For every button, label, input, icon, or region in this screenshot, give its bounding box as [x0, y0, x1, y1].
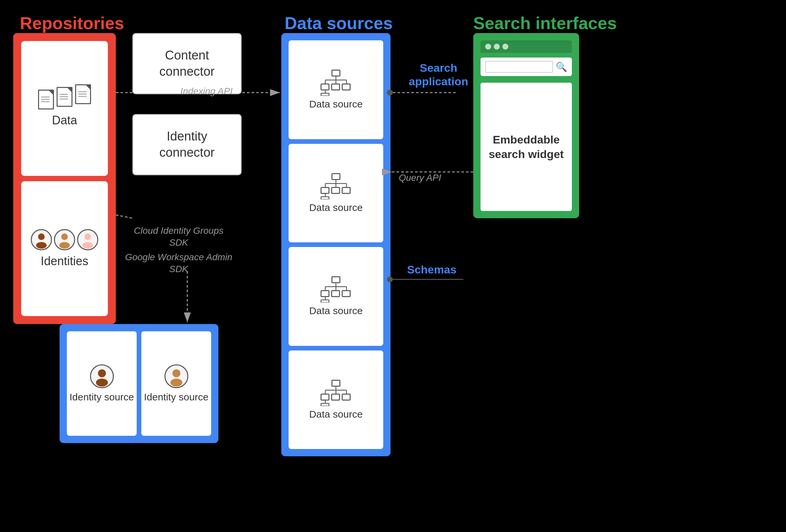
- svg-rect-34: [321, 291, 329, 296]
- file-icon-1: [38, 90, 54, 110]
- search-application-label: Search application: [399, 61, 478, 88]
- svg-rect-23: [321, 188, 329, 193]
- identity-connector-label: Identityconnector: [160, 129, 215, 160]
- svg-rect-27: [321, 197, 329, 199]
- datasource-4: Data source: [288, 350, 383, 449]
- search-icon: 🔍: [556, 62, 567, 72]
- svg-point-53: [170, 379, 182, 387]
- data-box: Data: [21, 41, 108, 176]
- svg-rect-24: [331, 188, 340, 193]
- identity-source-1-label: Identity source: [69, 391, 134, 403]
- person-icon-1: [31, 229, 52, 250]
- svg-rect-14: [342, 84, 350, 90]
- connections-svg: [0, 0, 786, 532]
- google-workspace-label: Google Workspace Admin SDK: [122, 251, 235, 275]
- file-icon-3: [75, 84, 91, 104]
- search-bar[interactable]: [485, 61, 553, 73]
- datasource-4-label: Data source: [309, 409, 363, 420]
- person-icon-3: [77, 229, 98, 250]
- svg-rect-38: [321, 300, 329, 303]
- datasource-3-label: Data source: [309, 305, 363, 316]
- is-person-icon-2: [164, 364, 188, 388]
- widget-label: Embeddable search widget: [486, 132, 567, 161]
- browser-dot-1: [485, 44, 491, 50]
- query-api-label: Query API: [399, 172, 441, 184]
- svg-point-4: [85, 234, 91, 240]
- datasource-1: Data source: [288, 40, 383, 139]
- svg-rect-49: [321, 403, 329, 406]
- svg-point-0: [38, 234, 45, 240]
- datasource-2-label: Data source: [309, 202, 363, 213]
- hierarchy-icon-4: [319, 380, 352, 406]
- embeddable-widget-box: Embeddable search widget: [481, 83, 572, 211]
- svg-rect-28: [332, 277, 340, 283]
- datasource-2: Data source: [288, 144, 383, 243]
- svg-line-58: [116, 215, 132, 218]
- identity-sources-box: Identity source Identity source: [60, 324, 218, 443]
- svg-point-50: [98, 369, 106, 377]
- diagram-container: Repositories Data sources Search interfa…: [0, 0, 786, 532]
- svg-point-3: [59, 242, 70, 249]
- identities-box: Identities: [21, 181, 108, 316]
- searchinterfaces-label: Search interfaces: [473, 13, 617, 33]
- search-row: 🔍: [481, 57, 572, 76]
- identity-source-2-label: Identity source: [144, 391, 208, 403]
- repositories-box: Data: [13, 33, 116, 324]
- hierarchy-icon-3: [319, 276, 352, 303]
- identity-icons: [31, 229, 98, 250]
- data-label: Data: [52, 114, 77, 127]
- person-icon-2: [54, 229, 75, 250]
- datasource-3: Data source: [288, 247, 383, 346]
- svg-point-1: [36, 242, 47, 249]
- search-interfaces-box: 🔍 Embeddable search widget: [473, 33, 579, 218]
- svg-rect-35: [331, 291, 340, 296]
- browser-bar: [481, 40, 572, 53]
- browser-dot-3: [502, 44, 508, 50]
- hierarchy-icon-1: [319, 69, 352, 96]
- svg-rect-36: [342, 291, 350, 296]
- svg-rect-6: [332, 70, 340, 76]
- repositories-label: Repositories: [20, 13, 124, 33]
- svg-rect-17: [332, 174, 340, 179]
- datasources-label: Data sources: [285, 13, 393, 33]
- svg-rect-47: [342, 394, 350, 400]
- svg-point-52: [172, 369, 180, 377]
- svg-rect-39: [332, 380, 340, 386]
- svg-point-51: [96, 379, 108, 387]
- svg-rect-45: [321, 394, 329, 400]
- datasources-box: Data source Data source: [281, 33, 391, 456]
- identity-connector-box: Identityconnector: [132, 114, 241, 175]
- identity-source-2: Identity source: [141, 331, 211, 436]
- svg-rect-13: [331, 84, 340, 90]
- hierarchy-icon-2: [319, 173, 352, 199]
- svg-rect-16: [321, 93, 329, 96]
- indexing-api-label: Indexing API: [180, 85, 233, 97]
- connectors-section: Contentconnector Identityconnector: [132, 33, 241, 175]
- is-person-icon-1: [90, 364, 114, 388]
- svg-point-2: [61, 234, 68, 240]
- schemas-label: Schemas: [407, 263, 456, 276]
- data-icons: [38, 90, 91, 110]
- svg-point-5: [83, 242, 93, 249]
- svg-rect-25: [342, 188, 350, 193]
- identities-label: Identities: [41, 254, 88, 268]
- svg-rect-46: [331, 394, 340, 400]
- identity-source-1: Identity source: [67, 331, 137, 436]
- browser-dot-2: [494, 44, 500, 50]
- cloud-identity-label: Cloud Identity Groups SDK: [129, 225, 228, 249]
- content-connector-label: Contentconnector: [160, 48, 215, 78]
- svg-rect-12: [321, 84, 329, 90]
- file-icon-2: [56, 87, 72, 107]
- datasource-1-label: Data source: [309, 99, 363, 110]
